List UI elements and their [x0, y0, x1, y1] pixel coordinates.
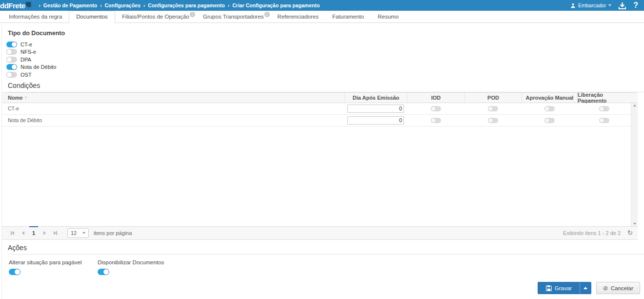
refresh-icon[interactable]: ↻: [627, 229, 633, 236]
document-type-item: NFS-e: [6, 48, 644, 56]
tab-badge: 2: [190, 12, 195, 17]
actions-section: Ações Alterar situação para pagável Disp…: [0, 244, 644, 275]
user-menu[interactable]: Embarcador: [570, 2, 611, 8]
document-type-label: CT-e: [20, 42, 32, 47]
grid-body: CT-e Nota de Débito: [2, 103, 638, 226]
disponibilizar-documentos-toggle[interactable]: [98, 269, 109, 275]
grid-scrollbar[interactable]: [631, 103, 638, 226]
row-nome: Nota de Débito: [2, 117, 344, 123]
scroll-up-icon[interactable]: [633, 105, 636, 107]
tab-grupos-transportadores[interactable]: Grupos Transportadores1: [196, 11, 271, 22]
breadcrumb-separator: ›: [228, 3, 229, 8]
payment-configuration-page: ddFrete › Gestão de Pagamento › Configur…: [0, 0, 644, 299]
toggle-knob: [431, 118, 436, 123]
toggle-knob: [600, 118, 604, 123]
dpa-toggle[interactable]: [6, 57, 17, 63]
page-size-value: 12: [71, 230, 77, 236]
iod-toggle[interactable]: [431, 118, 441, 123]
save-split-button: Gravar: [538, 282, 591, 294]
grid-header: Nome ↑ Dia Após Emissão IOD POD Aprovaçã…: [2, 93, 638, 103]
page-size-select[interactable]: 12: [67, 228, 89, 238]
aprovacao-manual-toggle[interactable]: [544, 106, 555, 111]
tab-filiais-pontos-de-operacao[interactable]: Filiais/Pontos de Operação2: [115, 11, 196, 22]
column-label: Dia Após Emissão: [353, 95, 400, 101]
previous-page-button[interactable]: [18, 228, 28, 238]
save-options-button[interactable]: [580, 282, 591, 294]
download-icon[interactable]: [618, 2, 626, 9]
column-header-liberacao-pagamento[interactable]: Liberação Pagamento: [577, 93, 631, 103]
tab-label: Documentos: [76, 14, 108, 20]
column-header-dia-apos-emissao[interactable]: Dia Após Emissão: [344, 93, 407, 103]
column-label: Liberação Pagamento: [578, 92, 631, 104]
aprovacao-manual-cell: [522, 118, 577, 123]
action-label: Alterar situação para pagável: [9, 259, 98, 265]
aprovacao-manual-cell: [522, 106, 577, 111]
nota-de-debito-toggle[interactable]: [6, 64, 17, 70]
conditions-section-title: Condições: [8, 82, 644, 92]
last-page-button[interactable]: [50, 228, 60, 238]
column-header-aprovacao-manual[interactable]: Aprovação Manual: [522, 93, 577, 103]
pager-status: Exibindo itens 1 - 2 de 2: [563, 230, 621, 236]
column-header-iod[interactable]: IOD: [407, 93, 464, 103]
ost-toggle[interactable]: [6, 72, 17, 78]
logo-flag-icon: [26, 2, 31, 7]
breadcrumb-item[interactable]: Gestão de Pagamento: [43, 2, 97, 8]
toggle-knob: [488, 107, 493, 111]
ct-e-toggle[interactable]: [6, 42, 17, 47]
tab-resumo[interactable]: Resumo: [371, 11, 405, 22]
pod-toggle[interactable]: [488, 106, 498, 111]
tab-faturamento[interactable]: Faturamento: [325, 11, 371, 22]
alterar-situacao-toggle[interactable]: [9, 269, 20, 275]
document-type-item: Nota de Débito: [6, 64, 644, 71]
dia-apos-emissao-cell: [344, 116, 407, 125]
toggle-knob: [545, 107, 549, 111]
user-menu-label: Embarcador: [578, 2, 606, 8]
aprovacao-manual-toggle[interactable]: [544, 118, 555, 123]
grid-pager: 1 12 itens por página Exibindo itens 1 -…: [2, 226, 638, 240]
liberacao-pagamento-cell: [577, 118, 631, 123]
column-header-nome[interactable]: Nome ↑: [2, 93, 344, 103]
tab-badge: 1: [264, 12, 270, 17]
tab-referenciadores[interactable]: Referenciadores: [271, 11, 325, 22]
conditions-grid: Nome ↑ Dia Após Emissão IOD POD Aprovaçã…: [2, 92, 638, 240]
top-bar: ddFrete › Gestão de Pagamento › Configur…: [0, 0, 644, 11]
tab-documentos[interactable]: Documentos: [69, 11, 115, 23]
iod-toggle[interactable]: [431, 106, 441, 111]
liberacao-pagamento-toggle[interactable]: [599, 118, 609, 123]
user-icon: [570, 3, 576, 8]
scroll-down-icon[interactable]: [633, 223, 636, 225]
save-button[interactable]: Gravar: [538, 282, 580, 294]
help-icon[interactable]: ?: [633, 1, 638, 10]
tab-informacoes-da-regra[interactable]: Informações da regra: [2, 11, 69, 22]
breadcrumb-item[interactable]: Configurações para pagamento: [148, 2, 225, 8]
action-item: Disponibilizar Documentos: [98, 259, 186, 275]
document-type-item: DPA: [6, 56, 644, 64]
pod-toggle[interactable]: [488, 118, 498, 123]
breadcrumb-separator: ›: [100, 3, 101, 8]
breadcrumb: › Gestão de Pagamento › Configurações › …: [36, 2, 320, 8]
nfs-e-toggle[interactable]: [6, 49, 17, 55]
action-item: Alterar situação para pagável: [9, 259, 98, 275]
pod-cell: [464, 106, 522, 111]
logo-text: ddFrete: [0, 1, 25, 10]
page-number-button[interactable]: 1: [28, 227, 39, 239]
first-page-button[interactable]: [7, 228, 18, 238]
next-page-button[interactable]: [39, 228, 50, 238]
toggle-knob: [7, 57, 12, 62]
dia-apos-emissao-input[interactable]: [347, 116, 404, 125]
liberacao-pagamento-toggle[interactable]: [599, 106, 609, 111]
toggle-knob: [12, 42, 17, 47]
chevron-up-icon: [584, 287, 587, 289]
dia-apos-emissao-input[interactable]: [347, 105, 404, 113]
topbar-right: Embarcador ?: [570, 1, 640, 10]
app-logo[interactable]: ddFrete: [0, 1, 31, 10]
document-type-label: NFS-e: [20, 49, 36, 55]
toggle-knob: [7, 49, 12, 54]
column-header-pod[interactable]: POD: [464, 93, 522, 103]
breadcrumb-item[interactable]: Configurações: [104, 2, 141, 8]
save-icon: [546, 285, 552, 291]
cancel-button[interactable]: ⊘ Cancelar: [596, 282, 640, 294]
document-type-item: CT-e: [6, 41, 644, 48]
document-type-section-title: Tipo do Documento: [8, 30, 644, 37]
toggle-knob: [488, 118, 493, 123]
